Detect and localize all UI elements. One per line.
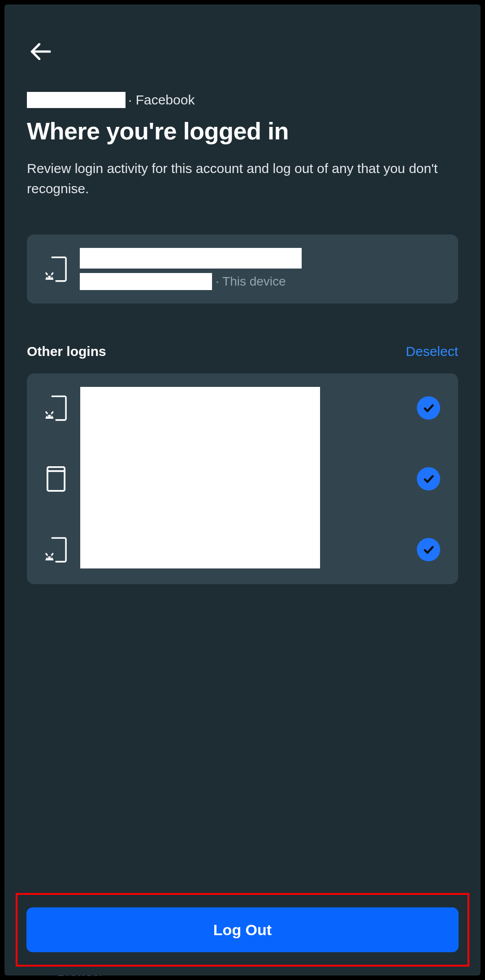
login-select-checkbox[interactable] bbox=[417, 538, 440, 561]
svg-line-8 bbox=[52, 412, 52, 413]
check-icon bbox=[422, 473, 435, 485]
svg-point-6 bbox=[51, 415, 52, 416]
svg-line-3 bbox=[46, 273, 47, 274]
current-device-card[interactable]: · This device bbox=[27, 234, 458, 304]
breadcrumb-account-redacted bbox=[27, 92, 126, 108]
arrow-left-icon bbox=[28, 39, 53, 64]
android-device-icon bbox=[45, 537, 67, 563]
svg-point-1 bbox=[47, 276, 48, 278]
login-select-checkbox[interactable] bbox=[417, 396, 440, 420]
current-device-label: · This device bbox=[216, 274, 286, 289]
current-device-location-redacted bbox=[80, 273, 212, 290]
other-logins-details-redacted bbox=[80, 387, 320, 568]
page-title: Where you're logged in bbox=[27, 117, 458, 145]
svg-line-7 bbox=[46, 412, 47, 413]
svg-point-12 bbox=[51, 557, 52, 558]
deselect-button[interactable]: Deselect bbox=[406, 344, 458, 359]
current-device-name-redacted bbox=[80, 248, 302, 269]
android-device-icon bbox=[45, 395, 67, 421]
breadcrumb: · Facebook bbox=[27, 92, 458, 108]
footer-highlight: Log Out bbox=[16, 893, 469, 967]
breadcrumb-platform: · Facebook bbox=[128, 92, 195, 108]
check-icon bbox=[422, 543, 435, 556]
other-logins-card bbox=[27, 373, 458, 584]
android-device-icon bbox=[45, 256, 67, 282]
login-select-checkbox[interactable] bbox=[417, 467, 440, 490]
other-logins-title: Other logins bbox=[27, 344, 106, 359]
svg-point-11 bbox=[47, 557, 48, 558]
svg-point-2 bbox=[51, 276, 52, 278]
svg-point-5 bbox=[47, 415, 48, 416]
tablet-device-icon bbox=[45, 466, 67, 492]
svg-line-14 bbox=[52, 554, 52, 555]
back-button[interactable] bbox=[27, 38, 54, 65]
svg-line-4 bbox=[52, 273, 52, 274]
logout-button[interactable]: Log Out bbox=[26, 907, 459, 952]
svg-line-13 bbox=[46, 554, 47, 555]
page-description: Review login activity for this account a… bbox=[27, 158, 458, 199]
check-icon bbox=[422, 402, 435, 414]
